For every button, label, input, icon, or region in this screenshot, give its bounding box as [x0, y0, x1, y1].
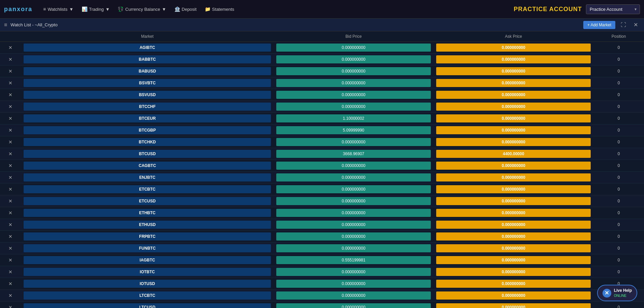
nav-currency-balance[interactable]: 💱 Currency Balance ▼ [114, 4, 170, 14]
expand-icon[interactable]: ⛶ [619, 21, 628, 29]
remove-button[interactable]: ✕ [7, 246, 14, 251]
bid-price-cell[interactable]: 0.000000000 [274, 207, 433, 219]
ask-price-cell[interactable]: 0.000000000 [433, 219, 593, 231]
ask-price-cell[interactable]: 0.000000000 [433, 172, 593, 184]
remove-button[interactable]: ✕ [7, 116, 14, 121]
ask-price-cell[interactable]: 0.000000000 [433, 54, 593, 65]
market-cell[interactable]: IAGBTC [21, 254, 274, 266]
nav-watchlists[interactable]: ≡ Watchlists ▼ [39, 4, 78, 14]
ask-price-cell[interactable]: 0.000000000 [433, 77, 593, 89]
bid-price-cell[interactable]: 0.000000000 [274, 195, 433, 207]
market-cell[interactable]: AGIBTC [21, 42, 274, 54]
market-cell[interactable]: BTCHKD [21, 136, 274, 148]
remove-button[interactable]: ✕ [7, 175, 14, 180]
remove-button[interactable]: ✕ [7, 139, 14, 145]
remove-button[interactable]: ✕ [7, 269, 14, 275]
remove-button[interactable]: ✕ [7, 57, 14, 62]
market-cell[interactable]: ETHBTC [21, 207, 274, 219]
market-cell[interactable]: BABBTC [21, 54, 274, 65]
remove-button[interactable]: ✕ [7, 80, 14, 86]
ask-price-cell[interactable]: 0.000000000 [433, 124, 593, 136]
market-cell[interactable]: BTCGBP [21, 124, 274, 136]
bid-price-cell[interactable]: 0.000000000 [274, 42, 433, 54]
remove-button[interactable]: ✕ [7, 198, 14, 204]
remove-button[interactable]: ✕ [7, 187, 14, 192]
add-market-button[interactable]: + Add Market [583, 21, 615, 29]
ask-price-cell[interactable]: 0.000000000 [433, 254, 593, 266]
market-cell[interactable]: IOTBTC [21, 266, 274, 278]
market-cell[interactable]: ENJBTC [21, 172, 274, 184]
bid-price-cell[interactable]: 1.10000002 [274, 113, 433, 124]
bid-price-cell[interactable]: 0.000000000 [274, 290, 433, 302]
bid-price-cell[interactable]: 0.000000000 [274, 302, 433, 308]
ask-price-cell[interactable]: 4400.00000 [433, 148, 593, 160]
remove-button[interactable]: ✕ [7, 234, 14, 239]
remove-button[interactable]: ✕ [7, 257, 14, 263]
nav-statements[interactable]: 📁 Statements [201, 4, 239, 14]
ask-price-cell[interactable]: 0.000000000 [433, 231, 593, 243]
ask-price-cell[interactable]: 0.000000000 [433, 278, 593, 290]
bid-price-cell[interactable]: 0.000000000 [274, 172, 433, 184]
nav-deposit[interactable]: 🏦 Deposit [170, 4, 201, 14]
account-select[interactable]: Practice Account Live Account [586, 4, 640, 14]
market-cell[interactable]: ETCBTC [21, 184, 274, 195]
bid-price-cell[interactable]: 0.000000000 [274, 184, 433, 195]
bid-price-cell[interactable]: 0.000000000 [274, 89, 433, 101]
close-watchlist-icon[interactable]: ✕ [632, 21, 640, 29]
remove-button[interactable]: ✕ [7, 151, 14, 157]
market-cell[interactable]: FUNBTC [21, 243, 274, 254]
bid-price-cell[interactable]: 0.000000000 [274, 243, 433, 254]
market-cell[interactable]: BSVBTC [21, 77, 274, 89]
ask-price-cell[interactable]: 0.000000000 [433, 266, 593, 278]
remove-button[interactable]: ✕ [7, 104, 14, 109]
bid-price-cell[interactable]: 0.000000000 [274, 77, 433, 89]
ask-price-cell[interactable]: 0.000000000 [433, 89, 593, 101]
live-help-widget[interactable]: ✕ Live Help ONLINE [597, 285, 637, 301]
remove-button[interactable]: ✕ [7, 128, 14, 133]
market-cell[interactable]: IOTUSD [21, 278, 274, 290]
ask-price-cell[interactable]: 0.000000000 [433, 65, 593, 77]
remove-button[interactable]: ✕ [7, 281, 14, 286]
ask-price-cell[interactable]: 0.000000000 [433, 42, 593, 54]
market-cell[interactable]: BTCUSD [21, 148, 274, 160]
bid-price-cell[interactable]: 0.000000000 [274, 219, 433, 231]
market-cell[interactable]: CAGBTC [21, 160, 274, 172]
ask-price-cell[interactable]: 0.000000000 [433, 136, 593, 148]
remove-button[interactable]: ✕ [7, 68, 14, 74]
market-cell[interactable]: BABUSD [21, 65, 274, 77]
bid-price-cell[interactable]: 0.000000000 [274, 101, 433, 113]
market-cell[interactable]: ETHUSD [21, 219, 274, 231]
remove-button[interactable]: ✕ [7, 163, 14, 168]
remove-button[interactable]: ✕ [7, 92, 14, 97]
ask-price-cell[interactable]: 0.000000000 [433, 113, 593, 124]
market-cell[interactable]: ETCUSD [21, 195, 274, 207]
bid-price-cell[interactable]: 0.000000000 [274, 65, 433, 77]
market-cell[interactable]: LTCUSD [21, 302, 274, 308]
bid-price-cell[interactable]: 5.09999990 [274, 124, 433, 136]
market-cell[interactable]: FRPBTC [21, 231, 274, 243]
ask-price-cell[interactable]: 0.000000000 [433, 243, 593, 254]
bid-price-cell[interactable]: 0.000000000 [274, 266, 433, 278]
remove-button[interactable]: ✕ [7, 45, 14, 50]
ask-price-cell[interactable]: 0.000000000 [433, 101, 593, 113]
ask-price-cell[interactable]: 0.000000000 [433, 184, 593, 195]
market-cell[interactable]: BTCEUR [21, 113, 274, 124]
bid-price-cell[interactable]: 0.000000000 [274, 160, 433, 172]
remove-button[interactable]: ✕ [7, 222, 14, 227]
bid-price-cell[interactable]: 0.000000000 [274, 231, 433, 243]
bid-price-cell[interactable]: 0.000000000 [274, 136, 433, 148]
ask-price-cell[interactable]: 0.000000000 [433, 195, 593, 207]
bid-price-cell[interactable]: 3668.96907 [274, 148, 433, 160]
ask-price-cell[interactable]: 0.000000000 [433, 160, 593, 172]
bid-price-cell[interactable]: 0.000000000 [274, 54, 433, 65]
remove-button[interactable]: ✕ [7, 293, 14, 298]
ask-price-cell[interactable]: 0.000000000 [433, 302, 593, 308]
market-cell[interactable]: BSVUSD [21, 89, 274, 101]
ask-price-cell[interactable]: 0.000000000 [433, 290, 593, 302]
remove-button[interactable]: ✕ [7, 305, 14, 308]
market-cell[interactable]: BTCCHF [21, 101, 274, 113]
bid-price-cell[interactable]: 0.555199981 [274, 254, 433, 266]
remove-button[interactable]: ✕ [7, 210, 14, 216]
bid-price-cell[interactable]: 0.000000000 [274, 278, 433, 290]
ask-price-cell[interactable]: 0.000000000 [433, 207, 593, 219]
